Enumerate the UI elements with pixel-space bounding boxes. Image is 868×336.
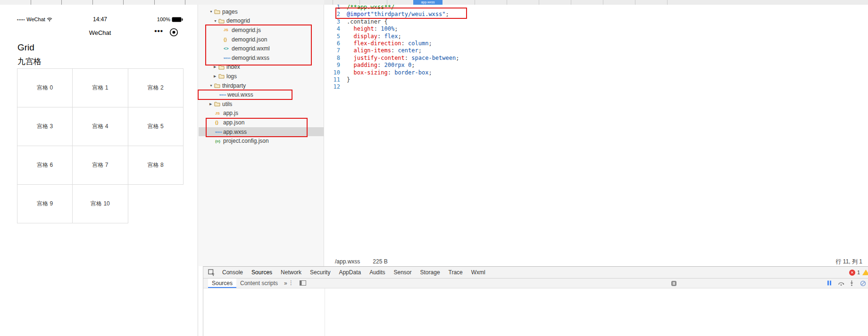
pause-on-exceptions-icon[interactable]	[671, 280, 677, 287]
chevron-down-icon[interactable]: ▼	[209, 84, 214, 87]
js-file-icon: JS	[215, 111, 223, 115]
chevron-right-icon[interactable]: ▶	[209, 102, 214, 106]
cursor-position-label: 行 11, 列 1	[836, 258, 862, 266]
line-content: }	[347, 76, 350, 83]
folder-icon	[218, 18, 226, 24]
page-subtitle: 九宫格	[17, 56, 42, 67]
devtools-tab-audits[interactable]: Audits	[365, 267, 389, 278]
code-line-7: 7 align-items: center;	[324, 47, 459, 54]
battery-icon	[172, 17, 183, 22]
code-area[interactable]: 1/**app.wxss**/2@import"thirdparty/weui.…	[324, 5, 459, 91]
battery-percent-label: 100%	[157, 16, 170, 22]
more-menu-icon[interactable]: •••	[154, 27, 163, 35]
devtools-subtab-sources[interactable]: Sources	[208, 279, 236, 288]
line-number[interactable]: 11	[324, 76, 340, 83]
line-number[interactable]: 8	[324, 55, 340, 62]
devtools-tab-wxml[interactable]: Wxml	[467, 267, 490, 278]
exit-capsule-icon[interactable]	[169, 28, 178, 37]
tree-item-label: thirdparty	[222, 82, 246, 89]
inspect-element-icon[interactable]	[208, 269, 215, 276]
code-line-4: 4 height: 100%;	[324, 25, 459, 33]
grid-cell-7[interactable]: 宫格 7	[73, 146, 128, 185]
grid-cell-6[interactable]: 宫格 6	[17, 146, 73, 185]
devtools-tab-appdata[interactable]: AppData	[334, 267, 365, 278]
tree-item-demogrid-wxss[interactable]: wxssdemogrid.wxss	[199, 53, 324, 63]
devtools-tab-storage[interactable]: Storage	[416, 267, 444, 278]
devtools-tab-network[interactable]: Network	[276, 267, 306, 278]
line-content: .container {	[347, 18, 388, 25]
devtools-tab-sources[interactable]: Sources	[247, 267, 276, 278]
tree-item-pages[interactable]: ▼pages	[199, 7, 324, 16]
line-content: padding: 200rpx 0;	[347, 62, 415, 68]
line-number[interactable]: 6	[324, 40, 340, 47]
page-title: Grid	[17, 42, 34, 53]
grid-cell-5[interactable]: 宫格 5	[128, 107, 184, 146]
error-badge-icon[interactable]: ✕	[849, 270, 855, 276]
tree-item-utils[interactable]: ▶utils	[199, 99, 324, 109]
line-number[interactable]: 5	[324, 33, 340, 40]
resume-pause-icon[interactable]	[827, 280, 832, 286]
tree-item-demogrid[interactable]: ▼demogrid	[199, 16, 324, 26]
grid-cell-3[interactable]: 宫格 3	[17, 107, 73, 146]
devtools-subtab-content-scripts[interactable]: Content scripts	[236, 279, 282, 288]
line-number[interactable]: 3	[324, 18, 340, 25]
code-line-6: 6 flex-direction: column;	[324, 40, 459, 47]
line-content: display: flex;	[347, 33, 401, 40]
code-editor[interactable]: 1/**app.wxss**/2@import"thirdparty/weui.…	[324, 5, 868, 257]
panel-menu-icon[interactable]: ⋮	[288, 279, 294, 286]
tree-item-weui-wxss[interactable]: wxssweui.wxss	[199, 90, 324, 99]
line-number[interactable]: 4	[324, 25, 340, 33]
step-into-icon[interactable]	[849, 280, 854, 286]
toolbar-divider	[31, 0, 31, 5]
devtools-tabs: ConsoleSourcesNetworkSecurityAppDataAudi…	[218, 267, 490, 278]
chevron-down-icon[interactable]: ▼	[209, 10, 214, 13]
tree-item-index[interactable]: ▶index	[199, 63, 324, 72]
tree-item-thirdparty[interactable]: ▼thirdparty	[199, 81, 324, 90]
wxss-file-icon: wxss	[224, 57, 232, 59]
chevron-down-icon[interactable]: ▼	[214, 19, 218, 23]
devtools-tab-console[interactable]: Console	[218, 267, 247, 278]
line-content: /**app.wxss**/	[347, 5, 394, 10]
line-number[interactable]: 12	[324, 83, 340, 90]
grid-cell-8[interactable]: 宫格 8	[128, 146, 184, 185]
deactivate-breakpoints-icon[interactable]	[860, 280, 866, 287]
tree-item-demogrid-js[interactable]: JSdemogrid.js	[199, 25, 324, 35]
grid-cell-2[interactable]: 宫格 2	[128, 69, 184, 107]
line-number[interactable]: 2	[324, 11, 340, 18]
chevron-right-icon[interactable]: ▶	[214, 65, 218, 69]
phone-status-bar: ••••• WeChat 14:47 100%	[17, 16, 183, 23]
file-size-label: 225 B	[373, 258, 387, 265]
grid-cell-4[interactable]: 宫格 4	[73, 107, 128, 146]
toolbar-divider	[123, 0, 124, 5]
tree-item-demogrid-json[interactable]: {}demogrid.json	[199, 35, 324, 44]
line-number[interactable]: 9	[324, 62, 340, 69]
toolbar-divider	[154, 0, 155, 5]
grid-cell-10[interactable]: 宫格 10	[73, 185, 128, 223]
file-explorer: ▼pages▼demogridJSdemogrid.js{}demogrid.j…	[199, 5, 324, 266]
tree-item-app-json[interactable]: {}app.json	[199, 118, 324, 127]
line-number[interactable]: 1	[324, 5, 340, 11]
line-content: flex-direction: column;	[347, 40, 432, 47]
toggle-navigator-icon[interactable]	[300, 280, 306, 286]
grid-cell-1[interactable]: 宫格 1	[73, 69, 128, 107]
tree-item-label: demogrid.json	[232, 36, 267, 43]
editor-tab-app-wxss[interactable]: app.wxss	[413, 0, 442, 5]
tree-item-demogrid-wxml[interactable]: <>demogrid.wxml	[199, 44, 324, 53]
code-line-12: 12	[324, 83, 459, 90]
warning-icon[interactable]	[862, 269, 868, 276]
editor-tabstrip: app.wxss	[324, 0, 868, 5]
line-number[interactable]: 10	[324, 69, 340, 76]
devtools-tab-security[interactable]: Security	[306, 267, 334, 278]
chevron-right-icon[interactable]: ▶	[214, 74, 218, 78]
tree-item-app-wxss[interactable]: wxssapp.wxss	[199, 127, 324, 137]
devtools-tab-trace[interactable]: Trace	[444, 267, 467, 278]
tree-item-project-config-json[interactable]: {o}project.config.json	[199, 136, 324, 146]
line-number[interactable]: 7	[324, 47, 340, 54]
folder-icon	[218, 74, 226, 79]
grid-cell-0[interactable]: 宫格 0	[17, 69, 73, 107]
tree-item-logs[interactable]: ▶logs	[199, 72, 324, 81]
grid-cell-9[interactable]: 宫格 9	[17, 185, 73, 223]
step-over-icon[interactable]	[838, 280, 845, 286]
tree-item-app-js[interactable]: JSapp.js	[199, 109, 324, 118]
devtools-tab-sensor[interactable]: Sensor	[390, 267, 416, 278]
